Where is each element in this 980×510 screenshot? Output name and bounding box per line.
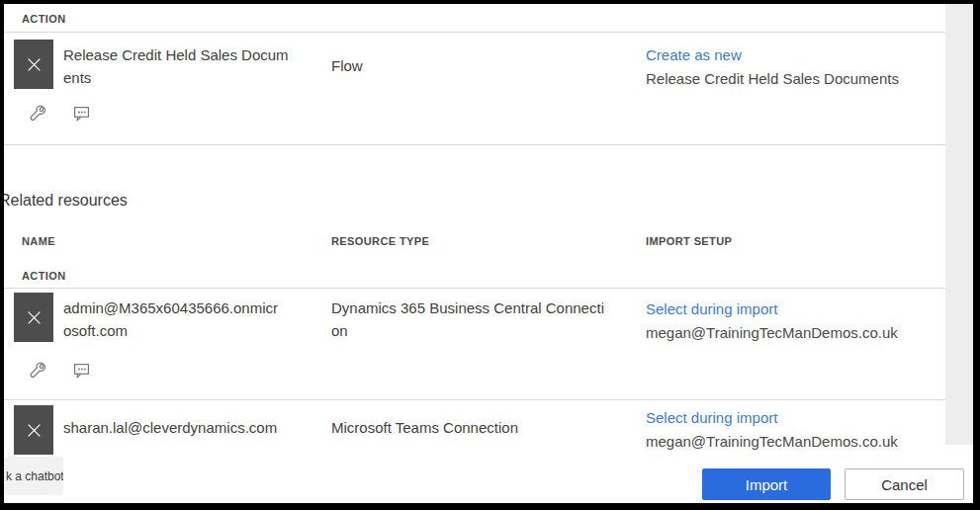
column-header-import-setup: IMPORT SETUP — [646, 235, 732, 247]
column-header-resource-type: RESOURCE TYPE — [331, 235, 429, 247]
connection-row-tools — [28, 361, 90, 379]
import-button-label: Import — [746, 476, 788, 493]
flow-row-import-value: Release Credit Held Sales Documents — [646, 67, 899, 90]
ask-chatbot-button[interactable]: k a chatbot — [4, 457, 63, 495]
x-cross-icon — [26, 422, 43, 439]
divider — [4, 144, 945, 145]
flow-row-tools — [28, 104, 90, 122]
divider — [4, 399, 945, 400]
connection-row-name: admin@M365x60435666.onmicr osoft.com — [63, 297, 320, 342]
divider — [4, 32, 945, 33]
comment-icon[interactable] — [72, 361, 90, 379]
divider — [4, 288, 945, 289]
column-header-action: ACTION — [22, 270, 66, 282]
select-during-import-link[interactable]: Select during import — [646, 298, 777, 320]
dialog-content: ACTION Release Credit Held Sales Docum e… — [4, 4, 973, 503]
connection-row-resource-type: Microsoft Teams Connection — [331, 416, 633, 439]
flow-row-resource-type: Flow — [331, 54, 628, 77]
connection-row-name: sharan.lal@cleverdynamics.com — [63, 416, 340, 439]
wrench-icon[interactable] — [28, 104, 45, 122]
connection-row-tile — [14, 405, 53, 455]
column-header-action: ACTION — [22, 13, 66, 25]
ask-chatbot-label: k a chatbot — [6, 469, 63, 483]
wrench-icon[interactable] — [28, 361, 45, 379]
x-cross-icon — [26, 56, 43, 73]
import-solution-dialog: ACTION Release Credit Held Sales Docum e… — [0, 0, 980, 510]
related-resources-title: Related resources — [4, 192, 128, 210]
connection-row-tile — [14, 293, 53, 342]
connection-row-import-value: megan@TrainingTecManDemos.co.uk — [646, 430, 898, 453]
cancel-button[interactable]: Cancel — [845, 468, 964, 500]
import-button[interactable]: Import — [702, 468, 831, 500]
connection-row-resource-type: Dynamics 365 Business Central Connecti o… — [331, 297, 633, 342]
create-as-new-link[interactable]: Create as new — [646, 43, 742, 66]
connection-row-import-value: megan@TrainingTecManDemos.co.uk — [646, 321, 898, 344]
select-during-import-link[interactable]: Select during import — [646, 406, 777, 429]
flow-row-tile — [14, 40, 53, 89]
vertical-scrollbar[interactable] — [945, 4, 973, 445]
column-header-name: NAME — [22, 235, 55, 247]
comment-icon[interactable] — [72, 104, 90, 122]
flow-row-name: Release Credit Held Sales Docum ents — [63, 43, 320, 89]
x-cross-icon — [26, 309, 43, 326]
cancel-button-label: Cancel — [881, 476, 928, 493]
